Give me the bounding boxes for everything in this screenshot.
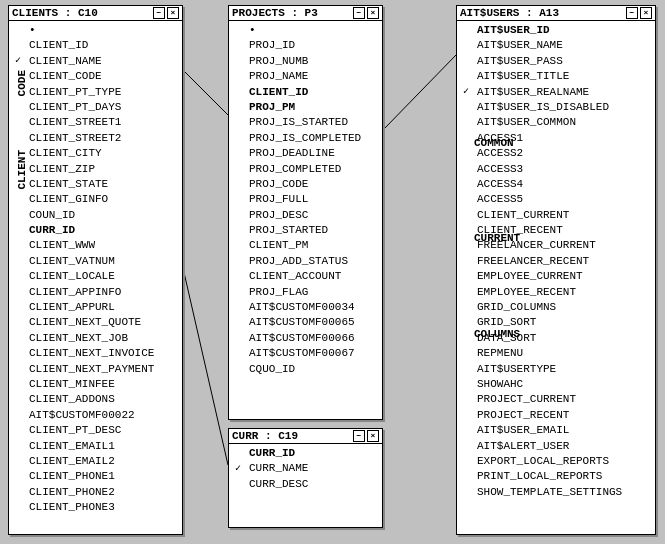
aitusers-minimize-btn[interactable]: − [626, 7, 638, 19]
list-item[interactable]: GRID_COLUMNS [461, 300, 651, 315]
list-item[interactable]: ACCESS2 [461, 146, 651, 161]
curr-close-btn[interactable]: × [367, 430, 379, 442]
list-item[interactable]: PROJ_ID [233, 38, 378, 53]
list-item[interactable]: CLIENT_PHONE2 [13, 485, 178, 500]
list-item[interactable]: AIT$USER_EMAIL [461, 423, 651, 438]
list-item[interactable]: GRID_SORT [461, 315, 651, 330]
list-item[interactable]: PROJECT_RECENT [461, 408, 651, 423]
list-item[interactable]: CLIENT_MINFEE [13, 377, 178, 392]
list-item[interactable]: EMPLOYEE_CURRENT [461, 269, 651, 284]
list-item[interactable]: AIT$USER_TITLE [461, 69, 651, 84]
list-item[interactable]: CURR_ID [233, 446, 378, 461]
list-item[interactable]: PROJ_NAME [233, 69, 378, 84]
list-item[interactable]: PROJ_ADD_STATUS [233, 254, 378, 269]
list-item[interactable]: PROJ_CODE [233, 177, 378, 192]
list-item[interactable]: FREELANCER_CURRENT [461, 238, 651, 253]
list-item[interactable]: CLIENT_PM [233, 238, 378, 253]
list-item[interactable]: CLIENT_PT_TYPE [13, 85, 178, 100]
list-item[interactable]: AIT$CUSTOMF00067 [233, 346, 378, 361]
list-item[interactable]: CLIENT_PHONE1 [13, 469, 178, 484]
list-item[interactable]: AIT$USER_COMMON [461, 115, 651, 130]
list-item[interactable]: CLIENT_WWW [13, 238, 178, 253]
list-item[interactable]: CURR_DESC [233, 477, 378, 492]
curr-minimize-btn[interactable]: − [353, 430, 365, 442]
projects-minimize-btn[interactable]: − [353, 7, 365, 19]
list-item[interactable]: ACCESS5 [461, 192, 651, 207]
field-name: CLIENT_EMAIL2 [29, 454, 115, 469]
list-item[interactable]: CLIENT_NEXT_INVOICE [13, 346, 178, 361]
list-item[interactable]: AIT$CUSTOMF00022 [13, 408, 178, 423]
list-item[interactable]: CLIENT_NEXT_QUOTE [13, 315, 178, 330]
list-item[interactable]: PROJ_IS_STARTED [233, 115, 378, 130]
list-item[interactable]: CLIENT_LOCALE [13, 269, 178, 284]
list-item[interactable]: CLIENT_APPURL [13, 300, 178, 315]
list-item[interactable]: ✓CLIENT_NAME [13, 54, 178, 69]
list-item[interactable]: AIT$USER_NAME [461, 38, 651, 53]
list-item[interactable]: CLIENT_NEXT_JOB [13, 331, 178, 346]
list-item[interactable]: CLIENT_EMAIL1 [13, 439, 178, 454]
list-item[interactable]: REPMENU [461, 346, 651, 361]
list-item[interactable]: PROJ_DEADLINE [233, 146, 378, 161]
list-item[interactable]: CLIENT_ZIP [13, 162, 178, 177]
list-item[interactable]: • [13, 23, 178, 38]
list-item[interactable]: PROJ_IS_COMPLETED [233, 131, 378, 146]
list-item[interactable]: CLIENT_NEXT_PAYMENT [13, 362, 178, 377]
list-item[interactable]: CLIENT_ACCOUNT [233, 269, 378, 284]
list-item[interactable]: CLIENT_STREET2 [13, 131, 178, 146]
list-item[interactable]: CLIENT_VATNUM [13, 254, 178, 269]
projects-close-btn[interactable]: × [367, 7, 379, 19]
list-item[interactable]: DATA_SORT [461, 331, 651, 346]
list-item[interactable]: CLIENT_ID [13, 38, 178, 53]
list-item[interactable]: CLIENT_RECENT [461, 223, 651, 238]
aitusers-close-btn[interactable]: × [640, 7, 652, 19]
list-item[interactable]: EMPLOYEE_RECENT [461, 285, 651, 300]
list-item[interactable]: AIT$USER_IS_DISABLED [461, 100, 651, 115]
list-item[interactable]: AIT$USER_PASS [461, 54, 651, 69]
list-item[interactable]: ACCESS4 [461, 177, 651, 192]
list-item[interactable]: AIT$ALERT_USER [461, 439, 651, 454]
list-item[interactable]: AIT$CUSTOMF00065 [233, 315, 378, 330]
list-item[interactable]: PROJ_FLAG [233, 285, 378, 300]
list-item[interactable]: PROJECT_CURRENT [461, 392, 651, 407]
list-item[interactable]: CLIENT_CITY [13, 146, 178, 161]
list-item[interactable]: PRINT_LOCAL_REPORTS [461, 469, 651, 484]
list-item[interactable]: CLIENT_PT_DAYS [13, 100, 178, 115]
list-item[interactable]: • [233, 23, 378, 38]
list-item[interactable]: COUN_ID [13, 208, 178, 223]
check-indicator [463, 347, 475, 361]
list-item[interactable]: CLIENT_ADDONS [13, 392, 178, 407]
list-item[interactable]: CLIENT_PT_DESC [13, 423, 178, 438]
list-item[interactable]: CLIENT_ID [233, 85, 378, 100]
list-item[interactable]: AIT$USER_ID [461, 23, 651, 38]
list-item[interactable]: CLIENT_STATE [13, 177, 178, 192]
list-item[interactable]: PROJ_PM [233, 100, 378, 115]
list-item[interactable]: CLIENT_STREET1 [13, 115, 178, 130]
list-item[interactable]: AIT$USERTYPE [461, 362, 651, 377]
list-item[interactable]: CLIENT_APPINFO [13, 285, 178, 300]
list-item[interactable]: CLIENT_CURRENT [461, 208, 651, 223]
list-item[interactable]: AIT$CUSTOMF00034 [233, 300, 378, 315]
list-item[interactable]: PROJ_NUMB [233, 54, 378, 69]
list-item[interactable]: FREELANCER_RECENT [461, 254, 651, 269]
list-item[interactable]: CLIENT_CODE [13, 69, 178, 84]
list-item[interactable]: ✓AIT$USER_REALNAME [461, 85, 651, 100]
list-item[interactable]: CQUO_ID [233, 362, 378, 377]
list-item[interactable]: CLIENT_EMAIL2 [13, 454, 178, 469]
list-item[interactable]: CLIENT_GINFO [13, 192, 178, 207]
list-item[interactable]: PROJ_STARTED [233, 223, 378, 238]
list-item[interactable]: SHOW_TEMPLATE_SETTINGS [461, 485, 651, 500]
list-item[interactable]: PROJ_COMPLETED [233, 162, 378, 177]
clients-minimize-btn[interactable]: − [153, 7, 165, 19]
list-item[interactable]: ✓CURR_NAME [233, 461, 378, 476]
list-item[interactable]: SHOWAHC [461, 377, 651, 392]
list-item[interactable]: ACCESS3 [461, 162, 651, 177]
list-item[interactable]: PROJ_FULL [233, 192, 378, 207]
check-indicator [15, 193, 27, 207]
list-item[interactable]: PROJ_DESC [233, 208, 378, 223]
list-item[interactable]: AIT$CUSTOMF00066 [233, 331, 378, 346]
list-item[interactable]: EXPORT_LOCAL_REPORTS [461, 454, 651, 469]
list-item[interactable]: CLIENT_PHONE3 [13, 500, 178, 515]
list-item[interactable]: ACCESS1 [461, 131, 651, 146]
clients-close-btn[interactable]: × [167, 7, 179, 19]
list-item[interactable]: CURR_ID [13, 223, 178, 238]
